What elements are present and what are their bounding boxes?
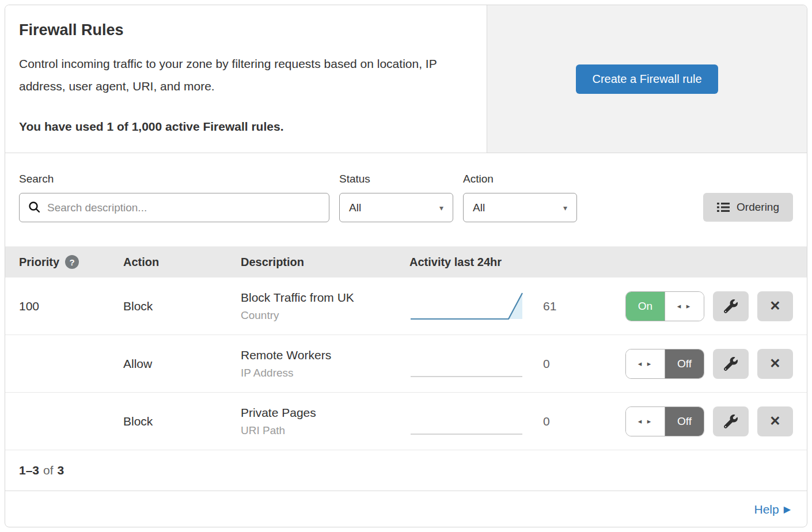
column-header-priority: Priority [19,256,59,269]
table-row: Allow Remote Workers IP Address 0 ◂ ▸ Of… [5,335,807,393]
wrench-icon [724,299,738,313]
column-header-description: Description [241,256,409,269]
pagination-of-label: of [43,463,54,477]
rule-type: URI Path [241,424,409,437]
rule-enabled-toggle[interactable]: ◂ ▸ Off [625,406,704,436]
action-label: Action [463,173,577,185]
search-label: Search [19,173,329,185]
chevron-down-icon: ▾ [439,203,443,212]
search-filter: Search [19,173,329,222]
table-row: 100 Block Block Traffic from UK Country … [5,278,807,335]
pagination-total: 3 [58,463,64,477]
chevron-down-icon: ▾ [563,203,567,212]
header-text-block: Firewall Rules Control incoming traffic … [5,5,487,153]
activity-count: 0 [543,415,564,428]
activity-sparkline [409,346,525,382]
status-label: Status [339,173,453,185]
rule-type: Country [241,309,409,322]
table-row: Block Private Pages URI Path 0 ◂ ▸ Off ✕ [5,393,807,450]
delete-rule-button[interactable]: ✕ [757,406,793,436]
edit-rule-button[interactable] [713,349,749,379]
ordering-button[interactable]: Ordering [703,193,793,222]
edit-rule-button[interactable] [713,291,749,321]
rule-description: Block Traffic from UK [241,291,409,305]
wrench-icon [724,415,738,428]
column-header-action: Action [123,256,241,269]
delete-rule-button[interactable]: ✕ [757,349,793,379]
search-icon [28,201,41,214]
help-link-label: Help [754,503,779,516]
action-filter: Action All ▾ [463,173,577,222]
table-header-row: Priority ? Action Description Activity l… [5,246,807,278]
activity-sparkline [409,288,525,324]
help-link[interactable]: Help ▶ [754,503,791,516]
ordering-button-label: Ordering [737,201,779,214]
status-filter: Status All ▾ [339,173,453,222]
filter-bar: Search Status All ▾ Action All ▾ [5,153,807,246]
pagination-bar: 1–3 of 3 [5,450,807,491]
create-firewall-rule-button[interactable]: Create a Firewall rule [576,64,718,94]
rule-description: Remote Workers [241,348,409,362]
wrench-icon [724,357,738,371]
page-description: Control incoming traffic to your zone by… [19,53,462,98]
toggle-off-label: Off [665,407,704,436]
usage-note: You have used 1 of 1,000 active Firewall… [19,120,464,134]
column-header-activity: Activity last 24hr [409,256,609,269]
pagination-range: 1–3 [19,463,39,477]
rule-enabled-toggle[interactable]: ◂ ▸ Off [625,349,704,379]
action-select[interactable]: All ▾ [463,193,577,222]
action-selected-value: All [473,202,485,214]
ordering-list-icon [717,202,730,212]
toggle-handle-icon: ◂ ▸ [626,349,665,378]
page-title: Firewall Rules [19,21,464,39]
help-bar: Help ▶ [5,491,807,527]
toggle-handle-icon: ◂ ▸ [626,407,665,436]
rule-priority: 100 [19,299,123,313]
search-input[interactable] [19,193,329,222]
firewall-rules-card: Firewall Rules Control incoming traffic … [5,5,807,527]
header-section: Firewall Rules Control incoming traffic … [5,5,807,153]
rule-description: Private Pages [241,406,409,420]
status-selected-value: All [349,202,361,214]
header-action-panel: Create a Firewall rule [487,5,807,153]
delete-rule-button[interactable]: ✕ [757,291,793,321]
rule-action: Block [123,299,241,313]
rule-action: Block [123,415,241,428]
rule-action: Allow [123,357,241,371]
rule-type: IP Address [241,367,409,379]
toggle-on-label: On [626,292,665,321]
activity-count: 61 [543,299,564,313]
priority-help-icon[interactable]: ? [65,255,79,269]
rule-enabled-toggle[interactable]: On ◂ ▸ [625,291,704,321]
toggle-off-label: Off [665,349,704,378]
toggle-handle-icon: ◂ ▸ [665,292,704,321]
close-icon: ✕ [769,298,780,314]
close-icon: ✕ [769,356,780,371]
activity-sparkline [409,404,525,439]
arrow-right-icon: ▶ [784,504,791,515]
close-icon: ✕ [769,413,780,429]
status-select[interactable]: All ▾ [339,193,453,222]
activity-count: 0 [543,357,564,371]
edit-rule-button[interactable] [713,406,749,436]
